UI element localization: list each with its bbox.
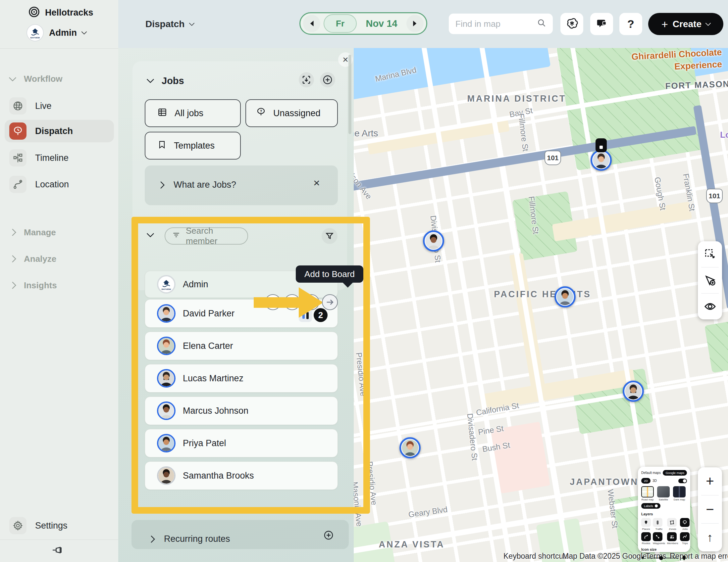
zoom-out-button[interactable]: − xyxy=(698,495,722,523)
layer-toggle-zones[interactable]: Zones xyxy=(667,518,678,531)
jobs-title: Jobs xyxy=(162,76,184,86)
chevron-right-icon xyxy=(148,536,155,543)
layer-toggle-trips[interactable]: Trips xyxy=(680,532,690,545)
map-select-toolbar xyxy=(698,241,722,319)
add-route-button[interactable] xyxy=(321,528,336,543)
sidebar-section-insights[interactable]: Insights xyxy=(10,280,57,291)
map-type-sat[interactable]: Satellite xyxy=(657,486,670,501)
plus-icon: + xyxy=(661,19,668,30)
all-jobs-label: All jobs xyxy=(175,108,203,119)
gear-icon xyxy=(9,517,26,534)
account-avatar: BAYVIEW xyxy=(26,24,44,41)
keyboard-shortcuts-link[interactable]: Keyboard shortcuts xyxy=(503,552,569,561)
svg-text:?: ? xyxy=(260,109,262,113)
map-member-marker[interactable] xyxy=(423,230,444,252)
icon-size-slider[interactable] xyxy=(641,555,687,561)
sidebar: Hellotracks BAYVIEW Admin Workflow Live … xyxy=(0,0,119,562)
account-switcher[interactable]: BAYVIEW Admin xyxy=(26,23,86,42)
section-label: Insights xyxy=(24,281,57,290)
jobs-header[interactable]: Jobs xyxy=(148,74,184,88)
next-day-button[interactable] xyxy=(406,15,424,32)
map-type-road[interactable]: Road map xyxy=(641,486,654,501)
layer-toggle-routes[interactable]: Routes xyxy=(641,532,651,545)
map-2d-toggle[interactable]: 2D xyxy=(641,478,650,484)
map-member-marker[interactable] xyxy=(591,150,612,171)
nav-label: Dispatch xyxy=(35,126,73,136)
nav-label: Settings xyxy=(35,521,68,531)
recurring-routes-toggle[interactable]: Recurring routes xyxy=(149,529,230,549)
dismiss-hint-button[interactable]: × xyxy=(311,177,323,189)
labels-toggle[interactable]: Labels xyxy=(641,503,660,509)
divider xyxy=(0,539,118,540)
brand: Hellotracks xyxy=(28,5,93,21)
map-settings-panel: Default maps Google maps 2D 3D Road mapS… xyxy=(638,467,690,552)
map-member-marker[interactable] xyxy=(554,286,576,307)
weekday-pill[interactable]: Fr xyxy=(324,14,357,33)
help-button[interactable]: ? xyxy=(619,13,642,35)
layer-toggle-waypoints[interactable]: Waypoints xyxy=(653,532,665,545)
add-to-board-button[interactable] xyxy=(322,294,338,310)
dimension-toggle[interactable] xyxy=(678,479,687,483)
create-label: Create xyxy=(673,19,702,29)
what-are-jobs-toggle[interactable]: What are Jobs? xyxy=(158,175,236,195)
date-label[interactable]: Nov 14 xyxy=(360,18,403,29)
search-icon xyxy=(537,18,546,30)
panel-scrollbar[interactable] xyxy=(348,55,351,134)
layer-toggle-jobs[interactable]: Jobs xyxy=(680,518,690,531)
import-jobs-button[interactable] xyxy=(299,72,314,87)
help-label: ? xyxy=(627,18,634,30)
sidebar-item-settings[interactable]: Settings xyxy=(5,514,114,537)
sidebar-item-dispatch[interactable]: Dispatch xyxy=(5,120,114,142)
all-jobs-button[interactable]: All jobs xyxy=(145,99,241,127)
sidebar-section-workflow[interactable]: Workflow xyxy=(10,73,63,85)
map-label: JAPANTOWN xyxy=(570,477,639,487)
sidebar-item-location[interactable]: Location xyxy=(5,173,114,196)
unassigned-button[interactable]: ? Unassigned xyxy=(245,99,338,127)
ai-assistant-button[interactable] xyxy=(560,13,583,35)
templates-button[interactable]: Templates xyxy=(145,132,241,160)
sidebar-section-manage[interactable]: Manage xyxy=(10,227,56,238)
map-type-dark[interactable]: Dark map xyxy=(673,486,686,501)
visibility-button[interactable] xyxy=(698,293,722,319)
messages-button[interactable] xyxy=(590,13,613,35)
add-place-button[interactable] xyxy=(698,268,722,293)
chevron-right-icon xyxy=(9,229,17,236)
recurring-routes-label: Recurring routes xyxy=(164,534,230,544)
highlight-annotation-box xyxy=(131,217,370,514)
chevron-right-icon xyxy=(157,181,165,189)
section-label: Manage xyxy=(24,228,56,238)
globe-icon xyxy=(9,97,26,115)
map-member-marker[interactable] xyxy=(399,437,421,458)
layer-toggle-places[interactable]: Places xyxy=(641,518,651,531)
sidebar-item-timeline[interactable]: Timeline xyxy=(5,147,114,169)
openai-icon xyxy=(566,17,578,31)
add-job-button[interactable] xyxy=(320,72,335,87)
create-button[interactable]: + Create xyxy=(648,13,723,35)
default-maps-tab[interactable]: Default maps xyxy=(641,471,661,475)
map-label: Lo xyxy=(720,130,728,140)
icon-size-title: Icon size xyxy=(641,547,687,551)
zoom-in-button[interactable]: + xyxy=(698,467,722,495)
layer-toggle-members[interactable]: Members xyxy=(667,532,678,545)
chevron-down-icon xyxy=(705,20,711,26)
marquee-select-button[interactable] xyxy=(698,241,722,267)
chevron-down-icon xyxy=(9,74,17,82)
map-3d-toggle[interactable]: 3D xyxy=(652,479,657,483)
account-name: Admin xyxy=(49,28,77,38)
google-maps-tab[interactable]: Google maps xyxy=(663,470,687,476)
map-member-marker[interactable] xyxy=(623,381,644,402)
job-marker[interactable] xyxy=(596,138,607,152)
find-placeholder: Find in map xyxy=(455,19,537,29)
prev-day-button[interactable] xyxy=(303,15,320,32)
map-attribution-link[interactable]: Map Data ©2025 Google xyxy=(562,552,647,561)
board-title-menu[interactable]: Dispatch xyxy=(145,0,194,48)
map-canvas[interactable]: Ghirardelli ChocolateExperienceFORT MASO… xyxy=(354,48,728,562)
layer-toggle-traffic[interactable]: Traffic xyxy=(653,518,665,531)
pan-up-button[interactable]: ↑ xyxy=(698,524,722,551)
find-in-map-input[interactable]: Find in map xyxy=(449,14,553,34)
pin-sidebar-icon[interactable] xyxy=(52,544,64,557)
sidebar-section-analyze[interactable]: Analyze xyxy=(10,253,56,265)
sidebar-item-live[interactable]: Live xyxy=(5,95,114,117)
map-zoom-controls: + − ↑ xyxy=(698,467,722,551)
section-label: Analyze xyxy=(24,254,56,264)
